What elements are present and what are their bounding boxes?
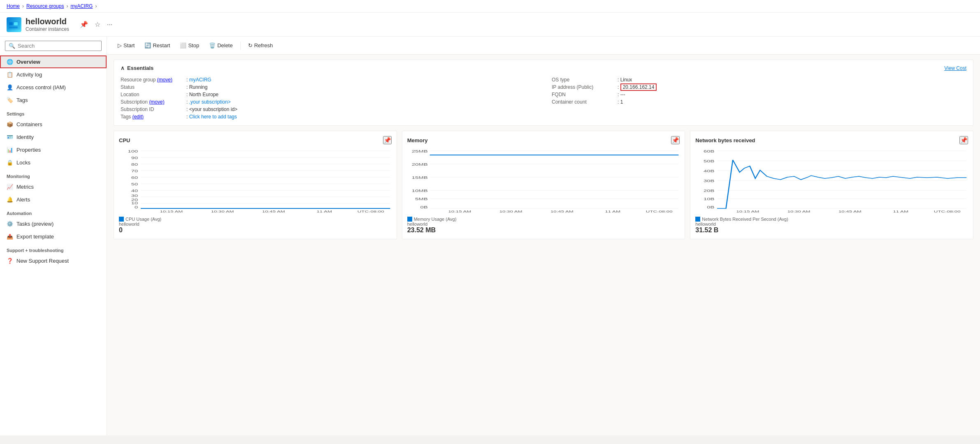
- sidebar-access-label: Access control (IAM): [16, 84, 66, 90]
- svg-rect-3: [9, 26, 18, 28]
- cpu-chart-area: 100 90 80 70 60 50 40 30 20 10 0: [119, 148, 392, 213]
- network-chart-title: Network bytes received: [695, 137, 755, 143]
- svg-text:30B: 30B: [704, 179, 715, 183]
- essentials-row-subscription: Subscription (move) : ,your subscription…: [121, 98, 535, 106]
- monitoring-section-label: Monitoring: [0, 169, 107, 180]
- svg-text:90: 90: [131, 156, 138, 160]
- star-button[interactable]: ☆: [93, 19, 102, 30]
- memory-chart-legend: Memory Usage (Avg): [407, 217, 680, 222]
- memory-legend-label: Memory Usage (Avg): [414, 217, 457, 222]
- edit-tags-link[interactable]: (edit): [132, 114, 144, 120]
- sidebar-support-label: New Support Request: [16, 258, 69, 264]
- svg-text:50B: 50B: [704, 159, 715, 163]
- cpu-pin-button[interactable]: 📌: [383, 136, 392, 144]
- sidebar-item-locks[interactable]: 🔒 Locks: [0, 156, 107, 169]
- sidebar-item-activity-log[interactable]: 📋 Activity log: [0, 68, 107, 81]
- start-icon: ▷: [118, 42, 122, 49]
- move-sub-link[interactable]: (move): [149, 99, 164, 105]
- settings-section-label: Settings: [0, 106, 107, 118]
- svg-text:40: 40: [131, 189, 138, 193]
- sidebar-item-containers[interactable]: 📦 Containers: [0, 118, 107, 131]
- cpu-legend-color: [119, 217, 124, 222]
- chart-icon: 📈: [7, 184, 13, 190]
- memory-legend-color: [407, 217, 412, 222]
- toolbar-separator: [240, 42, 241, 50]
- svg-text:0B: 0B: [420, 205, 427, 209]
- essentials-row-container-count: Container count : 1: [552, 98, 966, 106]
- rg-link[interactable]: myACIRG: [189, 77, 211, 83]
- properties-icon: 📊: [7, 147, 13, 153]
- view-cost-link[interactable]: View Cost: [944, 65, 966, 71]
- sidebar-overview-label: Overview: [16, 59, 40, 65]
- add-tags-link[interactable]: Click here to add tags: [189, 114, 237, 120]
- toolbar: ▷ Start 🔄 Restart ⬜ Stop 🗑️ Delete ↻ Ref…: [107, 37, 980, 55]
- breadcrumb-home[interactable]: Home: [7, 3, 20, 9]
- svg-text:11 AM: 11 AM: [893, 210, 909, 213]
- stop-button[interactable]: ⬜ Stop: [176, 40, 203, 51]
- delete-icon: 🗑️: [209, 42, 216, 49]
- cpu-legend-label: CPU Usage (Avg): [125, 217, 161, 222]
- svg-text:10:15 AM: 10:15 AM: [736, 210, 759, 213]
- svg-text:UTC-08:00: UTC-08:00: [358, 210, 384, 213]
- memory-chart-footer: Memory Usage (Avg) helloworld 23.52 MB: [407, 217, 680, 234]
- search-input[interactable]: [18, 43, 98, 49]
- sidebar-item-export-template[interactable]: 📤 Export template: [0, 230, 107, 243]
- alert-icon: 🔔: [7, 197, 13, 203]
- svg-text:10:45 AM: 10:45 AM: [550, 210, 574, 213]
- delete-button[interactable]: 🗑️ Delete: [205, 40, 237, 51]
- memory-pin-button[interactable]: 📌: [671, 136, 680, 144]
- svg-text:UTC-08:00: UTC-08:00: [934, 210, 961, 213]
- restart-button[interactable]: 🔄 Restart: [140, 40, 174, 51]
- svg-text:80: 80: [131, 162, 138, 166]
- memory-chart-card: Memory 📌 25MB 20MB 15MB 10MB 5MB 0B: [402, 131, 685, 239]
- sidebar-properties-label: Properties: [16, 147, 41, 153]
- network-legend-label: Network Bytes Received Per Second (Avg): [702, 217, 788, 222]
- sidebar-tasks-label: Tasks (preview): [16, 221, 53, 227]
- box-icon: 📦: [7, 121, 13, 127]
- network-pin-button[interactable]: 📌: [959, 136, 968, 144]
- network-legend-color: [695, 217, 700, 222]
- essentials-title: ∧ Essentials: [121, 65, 153, 71]
- cpu-value: 0: [119, 227, 392, 234]
- sidebar-item-metrics[interactable]: 📈 Metrics: [0, 180, 107, 193]
- globe-icon: 🌐: [7, 59, 13, 65]
- app-header: helloworld Container instances 📌 ☆ ···: [0, 13, 980, 37]
- move-rg-link[interactable]: (move): [157, 77, 172, 83]
- breadcrumb-resource-groups[interactable]: Resource groups: [26, 3, 64, 9]
- svg-text:20MB: 20MB: [411, 162, 427, 166]
- sidebar-item-alerts[interactable]: 🔔 Alerts: [0, 193, 107, 206]
- essentials-row-status: Status : Running: [121, 83, 535, 91]
- network-chart-area: 60B 50B 40B 30B 20B 10B 0B: [695, 148, 968, 213]
- cpu-chart-svg: 100 90 80 70 60 50 40 30 20 10 0: [119, 148, 392, 213]
- svg-rect-1: [9, 22, 13, 25]
- subscription-link[interactable]: ,your subscription>: [189, 99, 231, 105]
- memory-chart-area: 25MB 20MB 15MB 10MB 5MB 0B: [407, 148, 680, 213]
- app-icon: [7, 17, 21, 32]
- start-button[interactable]: ▷ Start: [114, 40, 139, 51]
- charts-row: CPU 📌 100 90 80 70 60 50 40 30 20: [114, 131, 973, 239]
- sidebar-item-new-support[interactable]: ❓ New Support Request: [0, 254, 107, 267]
- svg-text:10:45 AM: 10:45 AM: [838, 210, 862, 213]
- svg-text:10: 10: [131, 201, 138, 205]
- network-chart-header: Network bytes received 📌: [695, 136, 968, 144]
- svg-text:100: 100: [128, 149, 138, 153]
- svg-text:50: 50: [131, 182, 138, 186]
- refresh-button[interactable]: ↻ Refresh: [244, 40, 277, 51]
- memory-value: 23.52 MB: [407, 227, 680, 234]
- lock-icon: 🔒: [7, 160, 13, 166]
- sidebar-item-access-control[interactable]: 👤 Access control (IAM): [0, 81, 107, 94]
- search-box[interactable]: 🔍: [5, 41, 102, 51]
- support-section-label: Support + troubleshooting: [0, 243, 107, 254]
- sidebar-item-properties[interactable]: 📊 Properties: [0, 143, 107, 156]
- more-button[interactable]: ···: [105, 19, 114, 30]
- svg-text:40B: 40B: [704, 169, 715, 173]
- sidebar: 🔍 🌐 Overview 📋 Activity log 👤 Access con…: [0, 37, 107, 435]
- pin-button[interactable]: 📌: [78, 19, 90, 30]
- sidebar-item-overview[interactable]: 🌐 Overview: [0, 56, 107, 68]
- sidebar-item-tags[interactable]: 🏷️ Tags: [0, 94, 107, 106]
- sidebar-item-identity[interactable]: 🪪 Identity: [0, 131, 107, 143]
- sidebar-metrics-label: Metrics: [16, 184, 34, 190]
- sidebar-item-tasks[interactable]: ⚙️ Tasks (preview): [0, 217, 107, 230]
- svg-text:10:30 AM: 10:30 AM: [787, 210, 810, 213]
- breadcrumb-myacirg[interactable]: myACIRG: [70, 3, 93, 9]
